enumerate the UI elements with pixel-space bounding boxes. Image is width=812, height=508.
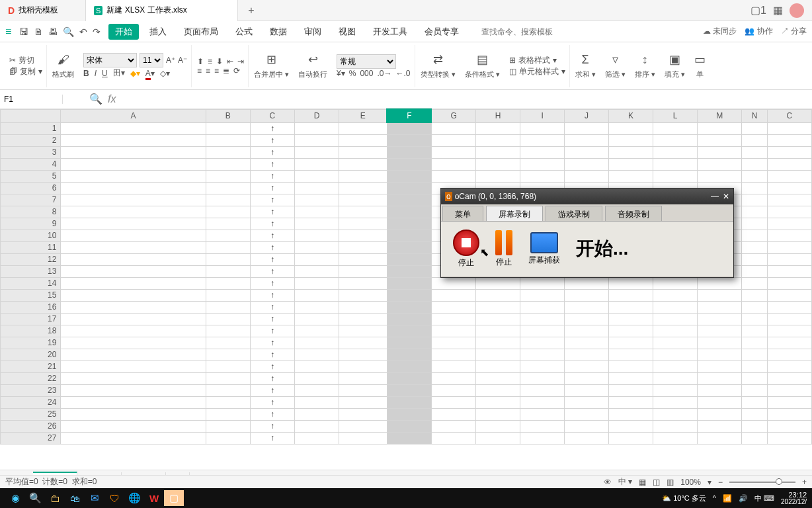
cell-N5[interactable] (742, 170, 768, 182)
align-top-icon[interactable]: ⬆ (197, 57, 204, 66)
cell-F22[interactable] (387, 372, 431, 384)
row-header-13[interactable]: 13 (1, 265, 61, 277)
cell-N20[interactable] (742, 349, 768, 360)
orientation-icon[interactable]: ⟳ (233, 66, 240, 75)
font-size-select[interactable]: 11 (140, 53, 163, 67)
cell-N9[interactable] (742, 218, 768, 230)
fill-button[interactable]: ▣填充 ▾ (661, 52, 689, 79)
cond-format-button[interactable]: ▤ 条件格式 ▾ (461, 52, 504, 79)
sort-button[interactable]: ↕排序 ▾ (631, 53, 659, 79)
cell-C26[interactable]: ↑ (250, 420, 294, 432)
row-header-14[interactable]: 14 (1, 277, 61, 289)
cell-I24[interactable] (520, 396, 565, 408)
cell-N27[interactable] (742, 432, 768, 444)
cell-J20[interactable] (565, 349, 609, 360)
row-header-16[interactable]: 16 (1, 301, 61, 313)
cell-C12[interactable] (767, 253, 811, 265)
zoom-slider[interactable] (729, 482, 795, 483)
align-bottom-icon[interactable]: ⬇ (216, 57, 223, 66)
col-header-D[interactable]: D (294, 109, 339, 122)
cut-icon[interactable]: ✂ (9, 56, 16, 65)
weather-widget[interactable]: ⛅ 10°C 多云 (662, 493, 706, 503)
ocam-taskbar-icon[interactable]: ▢ (164, 490, 184, 506)
cell-B25[interactable] (206, 408, 250, 420)
cell-D20[interactable] (294, 349, 339, 360)
cell-L17[interactable] (653, 313, 698, 325)
cell-B1[interactable] (206, 122, 250, 134)
cell-J5[interactable] (565, 170, 609, 182)
cell-L15[interactable] (653, 289, 698, 301)
cell-C5[interactable]: ↑ (250, 170, 294, 182)
col-header-E[interactable]: E (339, 109, 387, 122)
cell-D3[interactable] (294, 146, 339, 158)
cell-A24[interactable] (61, 396, 206, 408)
cell-H24[interactable] (476, 396, 520, 408)
cell-F9[interactable] (387, 218, 431, 230)
cell-L24[interactable] (653, 396, 698, 408)
tab-data[interactable]: 数据 (263, 24, 294, 40)
row-header-22[interactable]: 22 (1, 372, 61, 384)
cell-N10[interactable] (742, 230, 768, 241)
cell-C20[interactable] (767, 349, 811, 360)
cell-G27[interactable] (431, 432, 475, 444)
cell-G23[interactable] (431, 384, 475, 396)
row-header-7[interactable]: 7 (1, 194, 61, 206)
mail-icon[interactable]: ✉ (85, 490, 104, 506)
cell-A20[interactable] (61, 349, 206, 360)
cell-B23[interactable] (206, 384, 250, 396)
cell-C19[interactable]: ↑ (250, 337, 294, 349)
cell-L16[interactable] (653, 301, 698, 313)
cell-E24[interactable] (339, 396, 387, 408)
browser-icon[interactable]: 🌐 (124, 490, 144, 506)
cell-F16[interactable] (387, 301, 431, 313)
cell-E7[interactable] (339, 194, 387, 206)
cell-M26[interactable] (698, 420, 742, 432)
cell-K1[interactable] (608, 122, 653, 134)
view-normal-icon[interactable]: ▦ (639, 478, 646, 487)
window-id-icon[interactable]: ▢1 (751, 4, 766, 17)
fx-icon[interactable]: fx (108, 93, 116, 105)
cell-E4[interactable] (339, 158, 387, 170)
cell-M23[interactable] (698, 384, 742, 396)
cell-H4[interactable] (476, 158, 520, 170)
cell-K19[interactable] (608, 337, 653, 349)
cell-H25[interactable] (476, 408, 520, 420)
explorer-icon[interactable]: 🗀 (45, 490, 65, 506)
cell-C4[interactable] (767, 158, 811, 170)
cell-E10[interactable] (339, 230, 387, 241)
cell-J23[interactable] (565, 384, 609, 396)
cell-C25[interactable] (767, 408, 811, 420)
cell-M4[interactable] (698, 158, 742, 170)
cell-J4[interactable] (565, 158, 609, 170)
cell-G18[interactable] (431, 325, 475, 337)
tab-workbook[interactable]: S 新建 XLSX 工作表.xlsx (86, 0, 238, 21)
col-header-H[interactable]: H (476, 109, 520, 122)
cell-A17[interactable] (61, 313, 206, 325)
cell-G15[interactable] (431, 289, 475, 301)
col-header-G[interactable]: G (431, 109, 475, 122)
cell-I19[interactable] (520, 337, 565, 349)
cell-I16[interactable] (520, 301, 565, 313)
cell-A2[interactable] (61, 134, 206, 146)
cell-A10[interactable] (61, 230, 206, 241)
row-header-11[interactable]: 11 (1, 241, 61, 253)
align-left-icon[interactable]: ≡ (197, 66, 202, 75)
cell-L22[interactable] (653, 372, 698, 384)
cell-H17[interactable] (476, 313, 520, 325)
cell-G19[interactable] (431, 337, 475, 349)
cell-J26[interactable] (565, 420, 609, 432)
cell-B8[interactable] (206, 206, 250, 218)
row-header-8[interactable]: 8 (1, 206, 61, 218)
cell-B21[interactable] (206, 360, 250, 372)
cell-D19[interactable] (294, 337, 339, 349)
cell-E1[interactable] (339, 122, 387, 134)
cell-F2[interactable] (387, 134, 431, 146)
cell-C6[interactable]: ↑ (250, 182, 294, 194)
row-header-24[interactable]: 24 (1, 396, 61, 408)
cell-C11[interactable]: ↑ (250, 241, 294, 253)
cell-E13[interactable] (339, 265, 387, 277)
cell-C17[interactable] (767, 313, 811, 325)
cell-N17[interactable] (742, 313, 768, 325)
cell-H27[interactable] (476, 432, 520, 444)
cell-B20[interactable] (206, 349, 250, 360)
